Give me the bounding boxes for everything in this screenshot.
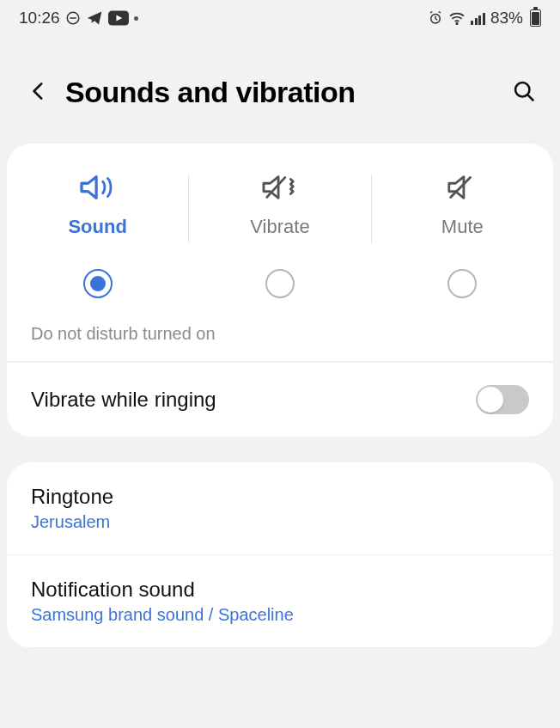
battery-percent: 83% — [490, 9, 523, 28]
dnd-note: Do not disturb turned on — [7, 319, 553, 362]
svg-line-7 — [439, 12, 441, 14]
vibrate-icon — [260, 169, 300, 205]
status-bar: 10:26 83% — [0, 0, 560, 33]
sounds-card: Ringtone Jerusalem Notification sound Sa… — [7, 462, 553, 648]
status-time: 10:26 — [19, 9, 60, 28]
notification-sound-row[interactable]: Notification sound Samsung brand sound /… — [7, 554, 553, 647]
mode-vibrate[interactable]: Vibrate — [189, 169, 370, 243]
sound-mode-selector: Sound Vibrate Mute — [7, 144, 553, 252]
back-button[interactable] — [27, 78, 50, 107]
svg-line-10 — [528, 95, 533, 100]
notification-sound-value: Samsung brand sound / Spaceline — [31, 605, 294, 625]
ringtone-row[interactable]: Ringtone Jerusalem — [7, 462, 553, 554]
sound-icon — [78, 169, 118, 205]
mode-mute[interactable]: Mute — [372, 169, 553, 243]
mode-sound[interactable]: Sound — [7, 169, 188, 243]
more-notifications-dot — [134, 16, 138, 21]
svg-line-6 — [430, 12, 432, 14]
search-button[interactable] — [512, 79, 536, 107]
sound-mode-card: Sound Vibrate Mute — [7, 144, 553, 437]
page-header: Sounds and vibration — [0, 33, 560, 144]
svg-point-8 — [457, 23, 459, 25]
svg-line-11 — [267, 178, 285, 198]
alarm-icon — [428, 10, 443, 26]
mode-vibrate-label: Vibrate — [250, 216, 309, 238]
dnd-status-icon — [65, 10, 81, 26]
radio-mute[interactable] — [447, 269, 477, 298]
telegram-icon — [86, 9, 103, 27]
svg-line-5 — [435, 19, 437, 21]
vibrate-while-ringing-label: Vibrate while ringing — [31, 388, 216, 412]
radio-vibrate[interactable] — [265, 269, 295, 298]
battery-icon — [530, 9, 541, 27]
sound-mode-radios — [7, 252, 553, 319]
radio-sound[interactable] — [83, 269, 113, 298]
notification-sound-label: Notification sound — [31, 578, 294, 602]
mute-icon — [442, 169, 482, 205]
wifi-icon — [448, 11, 466, 25]
mode-sound-label: Sound — [68, 216, 126, 238]
ringtone-label: Ringtone — [31, 485, 113, 509]
vibrate-while-ringing-row[interactable]: Vibrate while ringing — [7, 362, 553, 437]
ringtone-value: Jerusalem — [31, 512, 113, 532]
vibrate-while-ringing-toggle[interactable] — [476, 385, 529, 414]
youtube-icon — [108, 10, 129, 26]
mode-mute-label: Mute — [441, 216, 484, 238]
signal-icon — [471, 11, 485, 25]
page-title: Sounds and vibration — [65, 76, 496, 109]
